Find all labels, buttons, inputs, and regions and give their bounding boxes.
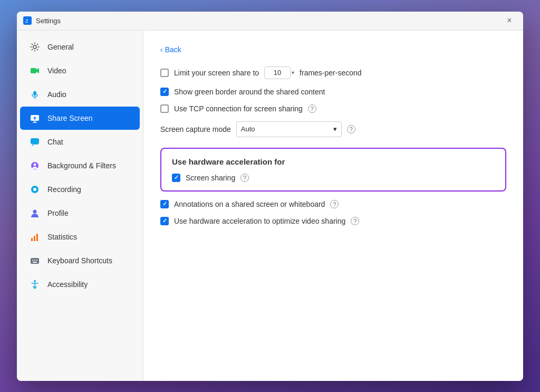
back-button[interactable]: ‹ Back (160, 45, 181, 54)
svg-rect-13 (31, 238, 33, 241)
sidebar-profile-label: Profile (47, 209, 69, 217)
show-green-border-checkbox[interactable]: ✓ (160, 88, 169, 96)
sidebar: General Video (17, 31, 143, 381)
svg-rect-20 (33, 262, 37, 263)
limit-fps-checkbox[interactable] (160, 69, 169, 77)
svg-rect-3 (31, 68, 36, 73)
sidebar-item-video[interactable]: Video (20, 59, 140, 82)
screen-capture-mode-dropdown[interactable]: Auto ▾ (236, 121, 342, 137)
svg-rect-14 (34, 236, 35, 241)
sidebar-chat-label: Chat (47, 138, 63, 146)
hardware-acceleration-box: Use hardware acceleration for ✓ Screen s… (160, 148, 506, 192)
limit-fps-row: Limit your screen share to ▾ frames-per-… (160, 66, 506, 79)
svg-rect-7 (31, 138, 39, 144)
optimize-video-help-icon[interactable]: ? (351, 217, 359, 225)
screen-capture-mode-row: Screen capture mode Auto ▾ ? (160, 121, 506, 137)
checkbox-check-green: ✓ (162, 89, 167, 94)
sidebar-item-background-filters[interactable]: Background & Filters (20, 154, 140, 177)
sidebar-video-label: Video (47, 66, 66, 75)
screen-sharing-hw-label: Screen sharing (186, 174, 235, 182)
svg-point-12 (33, 209, 37, 213)
title-bar: Z Settings × (17, 12, 523, 31)
optimize-video-help-text: ? (353, 218, 356, 224)
sidebar-item-general[interactable]: General (20, 35, 140, 59)
screen-sharing-hw-help-icon[interactable]: ? (240, 174, 249, 182)
optimize-video-checkbox[interactable]: ✓ (160, 217, 169, 225)
dropdown-arrow-icon: ▾ (333, 125, 337, 133)
statistics-icon (28, 231, 41, 243)
svg-text:Z: Z (25, 18, 28, 24)
annotations-label: Annotations on a shared screen or whiteb… (174, 200, 325, 208)
svg-point-11 (33, 188, 36, 191)
tcp-connection-row: Use TCP connection for screen sharing ? (160, 104, 506, 113)
optimize-video-label: Use hardware acceleration to optimize vi… (174, 217, 345, 225)
annotations-check: ✓ (162, 201, 167, 207)
background-icon (28, 159, 41, 172)
sidebar-accessibility-label: Accessibility (47, 280, 88, 289)
settings-window: Z Settings × General (17, 12, 523, 381)
sidebar-general-label: General (47, 43, 74, 51)
back-label: Back (165, 45, 181, 54)
optimize-video-row: ✓ Use hardware acceleration to optimize … (160, 217, 506, 225)
annotations-checkbox[interactable]: ✓ (160, 200, 169, 208)
sidebar-background-label: Background & Filters (47, 161, 116, 170)
fps-dropdown[interactable]: ▾ (264, 66, 294, 79)
sidebar-audio-label: Audio (47, 90, 66, 99)
tcp-connection-label: Use TCP connection for screen sharing (174, 104, 303, 113)
sidebar-share-screen-label: Share Screen (47, 114, 93, 122)
screen-sharing-hw-row: ✓ Screen sharing ? (172, 174, 495, 182)
title-bar-left: Z Settings (23, 16, 61, 25)
main-content: General Video (17, 31, 523, 381)
sidebar-item-chat[interactable]: Chat (20, 130, 140, 154)
svg-rect-19 (36, 260, 37, 261)
annotations-help-text: ? (333, 201, 336, 207)
limit-fps-label: Limit your screen share to (174, 69, 259, 77)
optimize-video-check: ✓ (162, 218, 167, 224)
screen-capture-mode-label: Screen capture mode (160, 125, 231, 133)
sidebar-item-keyboard-shortcuts[interactable]: Keyboard Shortcuts (20, 249, 140, 272)
svg-rect-17 (32, 260, 33, 261)
gear-icon (28, 41, 41, 53)
screen-capture-mode-value: Auto (241, 125, 255, 133)
tcp-help-icon[interactable]: ? (308, 104, 316, 113)
sidebar-item-profile[interactable]: Profile (20, 202, 140, 225)
annotations-help-icon[interactable]: ? (330, 200, 339, 208)
fps-input[interactable] (264, 66, 291, 79)
svg-rect-18 (34, 260, 35, 261)
share-screen-icon (28, 112, 41, 125)
svg-rect-16 (31, 258, 39, 264)
annotations-row: ✓ Annotations on a shared screen or whit… (160, 200, 506, 208)
sidebar-item-statistics[interactable]: Statistics (20, 225, 140, 248)
svg-point-9 (34, 163, 36, 166)
audio-icon (28, 88, 41, 101)
svg-rect-15 (36, 234, 38, 241)
back-chevron-icon: ‹ (160, 45, 163, 54)
svg-point-4 (33, 91, 36, 95)
screen-sharing-hw-help-text: ? (243, 175, 246, 181)
close-button[interactable]: × (502, 13, 517, 28)
sidebar-item-accessibility[interactable]: Accessibility (20, 273, 140, 296)
keyboard-icon (28, 254, 41, 267)
sidebar-recording-label: Recording (47, 185, 81, 194)
video-icon (28, 64, 41, 77)
profile-icon (28, 207, 41, 219)
tcp-help-text: ? (311, 106, 314, 112)
recording-icon (28, 183, 41, 196)
sidebar-statistics-label: Statistics (47, 233, 77, 241)
fps-unit-label: frames-per-second (300, 69, 362, 77)
show-green-border-row: ✓ Show green border around the shared co… (160, 88, 506, 96)
screen-capture-help-text: ? (350, 126, 353, 132)
show-green-border-label: Show green border around the shared cont… (174, 88, 325, 96)
app-icon: Z (23, 16, 32, 25)
accessibility-icon (28, 278, 41, 291)
tcp-connection-checkbox[interactable] (160, 104, 169, 113)
screen-sharing-hw-check: ✓ (174, 175, 179, 180)
sidebar-keyboard-shortcuts-label: Keyboard Shortcuts (47, 256, 112, 265)
screen-sharing-hw-checkbox[interactable]: ✓ (172, 174, 180, 182)
sidebar-item-audio[interactable]: Audio (20, 83, 140, 106)
sidebar-item-share-screen[interactable]: Share Screen (20, 107, 140, 130)
screen-capture-help-icon[interactable]: ? (347, 125, 355, 133)
svg-point-2 (33, 45, 36, 49)
svg-point-21 (34, 280, 36, 282)
sidebar-item-recording[interactable]: Recording (20, 178, 140, 201)
